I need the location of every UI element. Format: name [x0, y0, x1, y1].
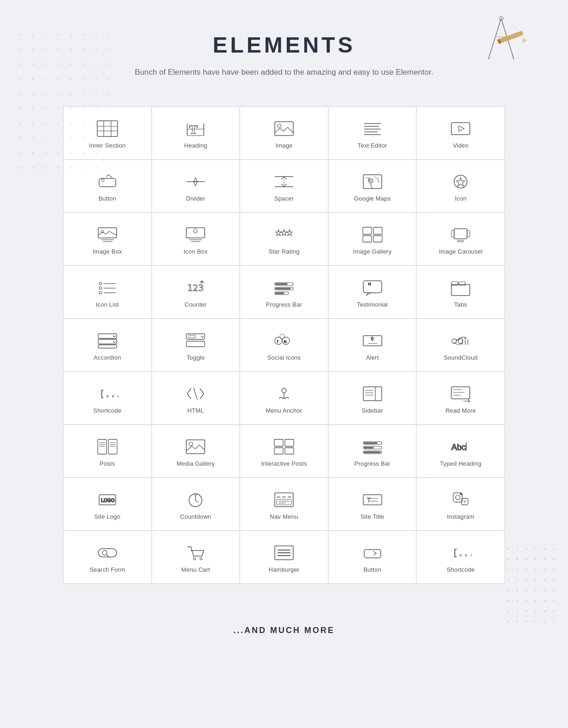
- sidebar-icon: [361, 385, 384, 402]
- grid-item-icon-box[interactable]: Icon Box: [152, 213, 240, 266]
- svg-rect-57: [451, 231, 454, 237]
- grid-item-soundcloud[interactable]: SoundCloud: [416, 319, 505, 372]
- grid-item-video[interactable]: Video: [416, 107, 505, 160]
- media-gallery-icon: [184, 438, 207, 456]
- grid-item-image-gallery[interactable]: Image Gallery: [328, 213, 417, 266]
- nav-menu-label: Nav Menu: [270, 513, 298, 520]
- grid-item-image[interactable]: Image: [240, 107, 328, 160]
- grid-item-site-title[interactable]: T Site Title: [328, 478, 417, 531]
- grid-item-shortcode[interactable]: [...] Shortcode: [63, 372, 152, 425]
- grid-item-progress-bar2[interactable]: Progress Bar: [328, 425, 417, 478]
- grid-item-inner-section[interactable]: Inner Section: [63, 107, 152, 160]
- progress-bar-label: Progress Bar: [266, 301, 302, 308]
- grid-item-image-box[interactable]: Image Box: [63, 213, 152, 266]
- image-box-label: Image Box: [93, 248, 122, 255]
- grid-item-counter[interactable]: 123 Counter: [152, 266, 240, 319]
- grid-item-search-form[interactable]: Search Form: [63, 531, 152, 584]
- grid-item-typed-heading[interactable]: Abc Typed Heading: [416, 425, 505, 478]
- svg-marker-31: [194, 178, 197, 182]
- svg-line-3: [489, 55, 490, 59]
- google-maps-label: Google Maps: [354, 195, 391, 202]
- svg-point-60: [460, 240, 462, 242]
- svg-rect-128: [274, 448, 283, 454]
- grid-item-star-rating[interactable]: Star Rating: [240, 213, 328, 266]
- video-icon: [450, 120, 472, 137]
- testimonial-label: Testimonial: [357, 301, 388, 308]
- grid-item-alert[interactable]: i Alert: [328, 319, 417, 372]
- grid-item-instagram[interactable]: Instagram: [416, 478, 505, 531]
- grid-item-icon-list[interactable]: Icon List: [63, 266, 152, 319]
- grid-item-nav-menu[interactable]: Nav Menu: [240, 478, 328, 531]
- alert-label: Alert: [366, 354, 379, 361]
- grid-item-icon[interactable]: Icon: [416, 160, 505, 213]
- svg-rect-116: [98, 439, 106, 454]
- grid-item-countdown[interactable]: Countdown: [152, 478, 240, 531]
- svg-marker-27: [459, 126, 464, 131]
- shortcode-icon: [...]: [96, 385, 118, 402]
- grid-item-menu-anchor[interactable]: Menu Anchor: [240, 372, 328, 425]
- grid-item-hamburger[interactable]: Hamburger: [240, 531, 328, 584]
- button-label: Button: [98, 195, 116, 202]
- grid-item-progress-bar[interactable]: Progress Bar: [240, 266, 328, 319]
- grid-item-media-gallery[interactable]: Media Gallery: [152, 425, 240, 478]
- grid-item-divider[interactable]: Divider: [152, 160, 240, 213]
- heading-icon: T: [184, 120, 207, 137]
- progress-bar-icon: [273, 279, 295, 296]
- svg-text:123: 123: [187, 282, 204, 293]
- image-icon: [273, 120, 295, 137]
- grid-item-site-logo[interactable]: LOGO Site Logo: [63, 478, 152, 531]
- toggle-icon: [184, 332, 207, 349]
- divider-label: Divider: [186, 195, 205, 202]
- svg-text:[...]: [...]: [452, 547, 472, 558]
- media-gallery-label: Media Gallery: [177, 460, 215, 467]
- shortcode2-icon: [...]: [450, 544, 472, 562]
- page-header: ELEMENTS Bunch of Elements have have bee…: [0, 0, 568, 97]
- svg-rect-85: [186, 341, 205, 347]
- grid-item-toggle[interactable]: Toggle: [152, 319, 240, 372]
- grid-item-read-more[interactable]: Read More: [416, 372, 505, 425]
- inner-section-label: Inner Section: [89, 142, 125, 149]
- countdown-label: Countdown: [180, 513, 212, 520]
- svg-text:Abc: Abc: [451, 443, 466, 452]
- soundcloud-label: SoundCloud: [444, 354, 478, 361]
- svg-rect-170: [364, 550, 381, 558]
- svg-point-165: [200, 558, 202, 560]
- svg-marker-49: [276, 230, 281, 236]
- icon-icon: [450, 173, 472, 190]
- divider-icon: [184, 173, 207, 190]
- grid-item-button2[interactable]: Button: [328, 531, 417, 584]
- grid-item-spacer[interactable]: Spacer: [240, 160, 328, 213]
- grid-item-menu-cart[interactable]: Menu Cart: [152, 531, 240, 584]
- svg-rect-134: [364, 447, 373, 448]
- svg-rect-86: [188, 335, 195, 338]
- nav-menu-icon: [273, 491, 295, 509]
- grid-item-google-maps[interactable]: Google Maps: [328, 160, 417, 213]
- svg-line-4: [513, 55, 514, 59]
- svg-marker-51: [287, 230, 292, 236]
- site-title-icon: T: [361, 491, 384, 509]
- svg-rect-74: [276, 293, 284, 294]
- grid-item-tabs[interactable]: Tabs: [416, 266, 505, 319]
- grid-item-button[interactable]: Button: [63, 160, 152, 213]
- grid-item-html[interactable]: HTML: [152, 372, 240, 425]
- read-more-icon: [450, 385, 472, 402]
- grid-item-sidebar[interactable]: Sidebar: [328, 372, 417, 425]
- svg-text:T: T: [367, 497, 371, 503]
- svg-text:": ": [368, 282, 371, 291]
- grid-item-shortcode2[interactable]: [...] Shortcode: [416, 531, 505, 584]
- svg-point-157: [461, 494, 462, 495]
- svg-rect-106: [363, 387, 382, 401]
- grid-item-image-carousel[interactable]: Image Carousel: [416, 213, 505, 266]
- video-label: Video: [453, 142, 468, 149]
- grid-item-heading[interactable]: T Heading: [152, 107, 240, 160]
- grid-item-testimonial[interactable]: " Testimonial: [328, 266, 417, 319]
- svg-rect-79: [451, 282, 458, 285]
- grid-item-text-editor[interactable]: Text Editor: [328, 107, 417, 160]
- grid-item-accordion[interactable]: Accordion: [63, 319, 152, 372]
- grid-item-posts[interactable]: Posts: [63, 425, 152, 478]
- svg-point-29: [101, 179, 104, 182]
- grid-item-interactive-posts[interactable]: Interactive Posts: [240, 425, 328, 478]
- svg-rect-81: [98, 334, 117, 338]
- grid-item-social-icons[interactable]: f in Social Icons: [240, 319, 328, 372]
- button2-icon: [361, 544, 384, 562]
